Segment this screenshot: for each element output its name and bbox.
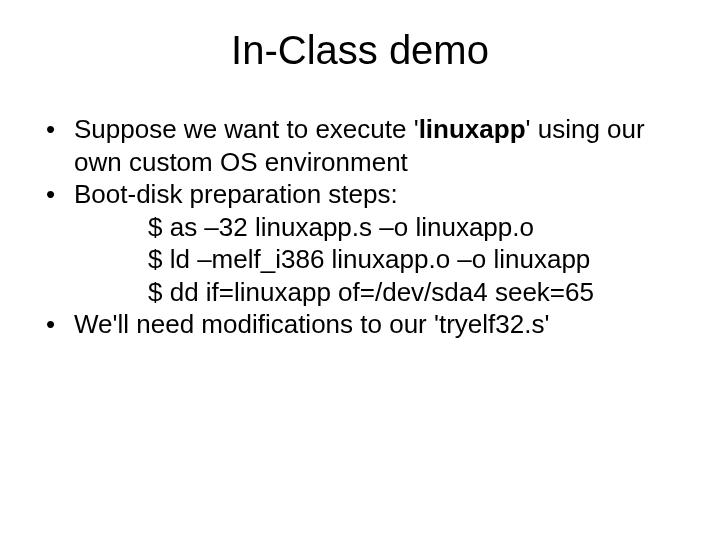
slide-title: In-Class demo xyxy=(0,0,720,93)
bullet-dot-icon: • xyxy=(40,113,74,146)
command-line: $ as –32 linuxapp.s –o linuxapp.o xyxy=(148,211,680,244)
bullet-item: • Suppose we want to execute 'linuxapp' … xyxy=(40,113,680,178)
command-line: $ ld –melf_i386 linuxapp.o –o linuxapp xyxy=(148,243,680,276)
bullet-text: Boot-disk preparation steps: xyxy=(74,178,680,211)
bullet-dot-icon: • xyxy=(40,308,74,341)
text-fragment: Suppose we want to execute ' xyxy=(74,114,419,144)
bullet-item: • We'll need modifications to our 'tryel… xyxy=(40,308,680,341)
slide-body: • Suppose we want to execute 'linuxapp' … xyxy=(0,93,720,341)
text-fragment-bold: linuxapp xyxy=(419,114,526,144)
bullet-text: We'll need modifications to our 'tryelf3… xyxy=(74,308,680,341)
bullet-dot-icon: • xyxy=(40,178,74,211)
command-line: $ dd if=linuxapp of=/dev/sda4 seek=65 xyxy=(148,276,680,309)
slide: In-Class demo • Suppose we want to execu… xyxy=(0,0,720,540)
bullet-text: Suppose we want to execute 'linuxapp' us… xyxy=(74,113,680,178)
command-block: $ as –32 linuxapp.s –o linuxapp.o $ ld –… xyxy=(40,211,680,309)
bullet-item: • Boot-disk preparation steps: xyxy=(40,178,680,211)
